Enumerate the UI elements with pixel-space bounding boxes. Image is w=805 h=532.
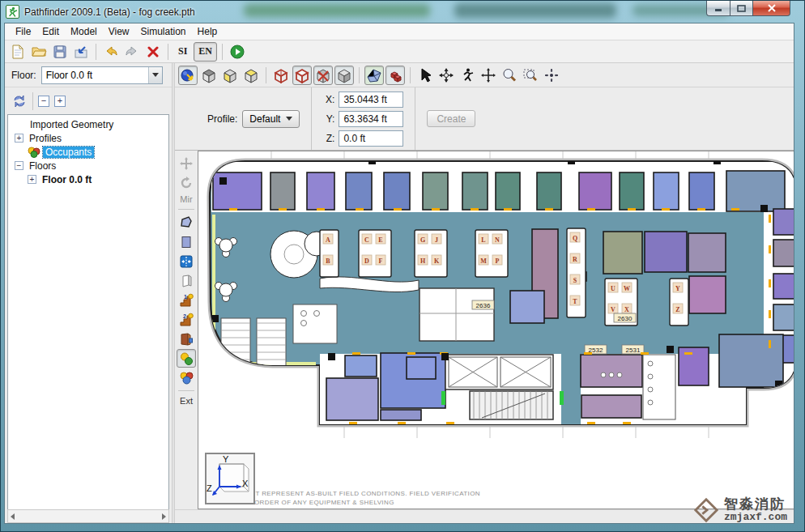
stair-two-tool-button[interactable]: 2 [177, 310, 196, 329]
column [760, 205, 768, 212]
show-navmesh-button[interactable] [364, 66, 384, 85]
close-button[interactable] [753, 1, 790, 16]
desk-letter: J [435, 236, 438, 244]
hide-geometry-icon [315, 67, 331, 83]
tree-label[interactable]: Occupants [43, 147, 94, 158]
menu-view[interactable]: View [103, 24, 135, 39]
tree-item-floor-0-0-ft[interactable]: +Floor 0.0 ft [8, 172, 168, 186]
mirror-tool-button[interactable] [177, 252, 196, 270]
axis-x-label: X [242, 479, 248, 488]
mirror-label[interactable]: Mir [180, 194, 192, 204]
wireframe-button[interactable] [271, 66, 291, 85]
x-coordinate-field[interactable]: 35.0443 ft [339, 92, 403, 108]
open-button[interactable] [29, 42, 49, 62]
floor-dropdown[interactable]: Floor 0.0 ft [41, 66, 163, 84]
menu-help[interactable]: Help [192, 24, 224, 39]
door-marker [628, 208, 636, 211]
polygon-tool-button[interactable] [177, 213, 196, 232]
zoom-button[interactable] [500, 66, 519, 85]
profile-value: Default [249, 113, 280, 125]
menu-edit[interactable]: Edit [36, 24, 65, 39]
tree-item-occupants[interactable]: Occupants [8, 145, 168, 159]
new-button[interactable] [8, 42, 28, 62]
menu-model[interactable]: Model [65, 24, 103, 39]
new-icon [11, 45, 24, 59]
tree-label[interactable]: Profiles [27, 133, 64, 144]
select-cursor-button[interactable] [415, 66, 435, 85]
tree-horizontal-scrollbar[interactable] [7, 509, 169, 523]
floorplan-svg: ABCEDFGJHKLNMPQRSTUWVXYZ2636263025322531 [198, 151, 794, 509]
plus-expander-icon[interactable]: + [28, 175, 36, 184]
maximize-button[interactable] [730, 1, 753, 16]
solid-button[interactable] [334, 66, 354, 85]
room-number: 2636 [476, 302, 491, 309]
si-units-button[interactable]: SI [173, 42, 192, 62]
show-objects-button[interactable] [385, 66, 405, 85]
tree-label[interactable]: Floor 0.0 ft [40, 174, 94, 185]
door-marker [407, 352, 415, 355]
scroll-left-arrow-icon[interactable] [11, 513, 15, 520]
drawing-canvas[interactable]: ABCEDFGJHKLNMPQRSTUWVXYZ2636263025322531… [198, 151, 794, 509]
tree-item-profiles[interactable]: +Profiles [8, 131, 168, 145]
delete-button[interactable] [143, 42, 163, 62]
scroll-right-arrow-icon[interactable] [162, 513, 166, 520]
run-simulation-button[interactable] [228, 42, 247, 62]
minus-expander-icon[interactable]: − [15, 161, 23, 170]
floor-dropdown-arrow[interactable] [148, 67, 162, 83]
create-button[interactable]: Create [427, 110, 475, 127]
view-iso-button[interactable] [241, 66, 261, 85]
pan-button[interactable] [479, 66, 498, 85]
reset-view-button[interactable] [178, 66, 198, 85]
svg-text:2: 2 [183, 313, 186, 319]
minimize-button[interactable] [706, 1, 730, 16]
profile-dropdown[interactable]: Default [242, 110, 300, 128]
tool-separator [178, 390, 194, 391]
toolbar-separator [168, 44, 168, 60]
wall-tool-button[interactable] [177, 271, 196, 290]
view-top-button[interactable] [199, 66, 219, 85]
add-group-tool-button[interactable] [177, 368, 196, 387]
tree-item-floors[interactable]: −Floors [8, 159, 168, 172]
tree-item-imported-geometry[interactable]: Imported Geometry [8, 117, 168, 131]
rotate-tool-button[interactable] [177, 173, 196, 192]
menu-file[interactable]: File [10, 24, 36, 39]
door-tool-button[interactable] [177, 330, 196, 348]
undo-button[interactable] [101, 42, 121, 62]
hide-geometry-button[interactable] [313, 66, 333, 85]
zoom-box-button[interactable] [521, 66, 540, 85]
room [346, 172, 372, 210]
collapse-all-button[interactable]: − [38, 96, 49, 107]
menu-simulation[interactable]: Simulation [135, 24, 192, 39]
tree-label[interactable]: Floors [27, 160, 58, 172]
z-coordinate-field[interactable]: 0.0 ft [339, 130, 403, 147]
orbit-button[interactable] [437, 66, 456, 85]
occupant-view-button[interactable] [458, 66, 477, 85]
desk-letter: D [364, 257, 369, 265]
save-button[interactable] [50, 42, 70, 62]
plus-expander-icon[interactable]: + [15, 134, 23, 143]
import-button[interactable] [71, 42, 91, 62]
outline-button[interactable] [292, 66, 312, 85]
zoom-extents-icon [543, 67, 560, 83]
add-occupant-tool-button[interactable] [177, 349, 196, 368]
redo-button[interactable] [122, 42, 142, 62]
tree-label[interactable]: Imported Geometry [28, 119, 116, 130]
floorplan-shape [648, 400, 653, 405]
watermark-url-text: zmjaxf.com [724, 512, 787, 523]
rectangle-tool-button[interactable] [177, 232, 196, 251]
zoom-extents-button[interactable] [542, 66, 561, 85]
y-coordinate-field[interactable]: 63.3634 ft [339, 111, 403, 127]
tree: Imported Geometry+ProfilesOccupants−Floo… [7, 114, 169, 509]
stair-one-tool-button[interactable]: 1 [177, 291, 196, 309]
move-tool-button[interactable] [177, 154, 196, 172]
occupant-view-icon [459, 67, 475, 83]
room [620, 172, 644, 210]
title-bar[interactable]: Pathfinder 2009.1 (Beta) - fog creek.pth [1, 1, 804, 23]
expand-all-button[interactable]: + [54, 96, 66, 107]
refresh-icon[interactable] [11, 94, 28, 109]
extrude-label[interactable]: Ext [180, 396, 193, 406]
view-front-button[interactable] [220, 66, 240, 85]
room [773, 240, 794, 266]
room [345, 355, 377, 377]
en-units-button[interactable]: EN [194, 42, 217, 62]
